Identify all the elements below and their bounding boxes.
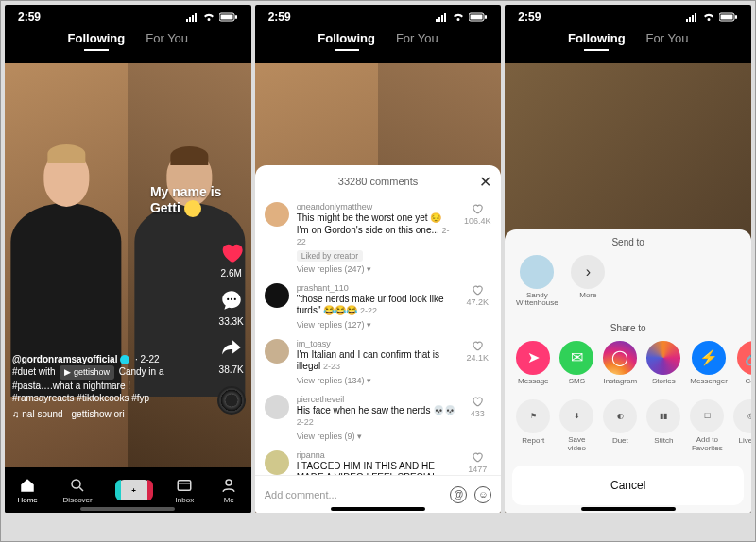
avatar[interactable] [265,339,289,364]
avatar[interactable] [265,202,289,227]
comment-user[interactable]: im_toasy [297,339,456,348]
like-button[interactable]: 2.6M [217,238,246,279]
share-sheet: Send to Sandy Wittenhouse›More Share to … [505,229,751,513]
svg-point-9 [226,480,232,485]
svg-rect-8 [179,481,192,491]
like-comment[interactable]: 433 [463,395,491,441]
sound-ticker[interactable]: ♫ nal sound - gettishow ori [12,408,195,421]
view-replies[interactable]: View replies (127) ▾ [297,320,456,330]
view-replies[interactable]: View replies (247) ▾ [297,264,456,274]
actions-row: ⚑Report⬇Save video◐Duet▮▮Stitch☐Add to F… [505,394,751,463]
share-button[interactable]: 38.7K [217,334,246,375]
duet-with-pill[interactable]: ▶ gettishow [60,365,114,379]
status-bar: 2:59 [5,5,251,25]
share-action[interactable]: ☐Add to Favorites [690,399,724,453]
status-time: 2:59 [518,10,541,24]
like-comment[interactable]: 1477 [463,450,491,476]
comment-user[interactable]: piercetheveil [297,395,456,404]
share-action[interactable]: ⬇Save video [559,399,593,453]
send-to-row: Sandy Wittenhouse›More [505,251,751,315]
emoji-icon [184,200,201,217]
avatar[interactable] [265,283,289,308]
status-time: 2:59 [268,10,291,24]
action-icon: ⚑ [516,399,550,433]
comment-icon [219,288,244,313]
tab-following[interactable]: Following [68,31,126,45]
sound-disc[interactable] [217,386,246,415]
heart-outline-icon [471,450,484,464]
nav-me[interactable]: Me [219,476,238,504]
video-overlay-text: My name is Getti [150,184,221,217]
nav-discover[interactable]: Discover [63,476,93,504]
emoji-button[interactable]: ☺ [474,486,491,503]
wifi-icon [452,12,465,22]
app-icon: ⚡ [692,341,726,375]
share-action[interactable]: ⚑Report [516,399,550,453]
app-icon: 🔗 [737,341,751,375]
comment-user[interactable]: prashant_110 [297,283,456,293]
share-action[interactable]: ◎Live ph [733,399,751,453]
comment-row[interactable]: oneandonlymatthewThis might be the worst… [265,197,492,279]
heart-icon [218,239,245,265]
comment-text: His face when he saw the nerds 💀💀 2-22 [297,405,456,429]
comment-user[interactable]: ripanna [297,450,456,460]
comment-button[interactable]: 33.3K [217,286,246,327]
comment-text: "those nerds make ur food look like turd… [297,294,456,317]
nav-home[interactable]: Home [17,476,37,504]
video-area[interactable]: My name is Getti 2.6M 33.3K 38.7K [5,63,251,467]
send-target[interactable]: ›More [567,255,609,308]
share-action[interactable]: ▮▮Stitch [646,399,680,453]
verified-icon [120,355,129,364]
signal-icon [685,12,698,22]
comments-list[interactable]: oneandonlymatthewThis might be the worst… [255,197,502,475]
nav-create[interactable]: + [118,480,150,500]
nav-inbox[interactable]: Inbox [175,476,194,504]
share-target[interactable]: ➤Message [516,341,550,385]
feed-tabs: Following For You [5,25,251,55]
action-rail: 2.6M 33.3K 38.7K [217,238,246,415]
feed-tabs: Following For You [505,25,751,55]
mention-button[interactable]: @ [450,486,467,503]
status-icons [435,12,488,22]
svg-point-6 [72,480,80,488]
app-icon: ✉ [559,341,593,375]
close-button[interactable]: ✕ [479,173,491,191]
comment-row[interactable]: im_toasyI'm Italian and I can confirm th… [265,334,492,390]
status-icons [185,12,238,22]
comment-like-count: 433 [471,409,485,418]
tab-foryou[interactable]: For You [646,31,689,45]
cancel-button[interactable]: Cancel [512,466,744,505]
send-target[interactable]: Sandy Wittenhouse [516,255,558,308]
inbox-icon [176,477,193,494]
comment-row[interactable]: prashant_110"those nerds make ur food lo… [265,279,492,334]
share-target[interactable]: ⚡Messenger [690,341,728,385]
like-comment[interactable]: 24.1K [463,339,491,385]
comment-row[interactable]: ripannaI TAGGED HIM IN THIS AND HE MADE … [265,446,492,476]
share-target[interactable]: ◯Instagram [603,341,637,385]
comment-user[interactable]: oneandonlymatthew [297,202,456,212]
share-action[interactable]: ◐Duet [603,399,637,453]
avatar[interactable] [265,395,289,419]
avatar[interactable] [265,450,289,475]
phone-comments: 2:59 Following For You 33280 comments ✕ … [255,5,502,513]
svg-rect-15 [735,15,737,19]
action-icon: ◐ [603,399,637,433]
svg-line-7 [79,487,83,491]
like-comment[interactable]: 106.4K [463,202,491,274]
author-username[interactable]: @gordonramsayofficial [12,353,129,366]
comment-like-count: 24.1K [467,353,490,363]
view-replies[interactable]: View replies (9) ▾ [297,432,456,441]
view-replies[interactable]: View replies (134) ▾ [297,376,456,385]
app-icon: ➤ [516,341,550,375]
tab-foryou[interactable]: For You [146,31,188,45]
tab-following[interactable]: Following [568,31,626,45]
share-target[interactable]: ✉SMS [559,341,593,385]
like-comment[interactable]: 47.2K [463,283,491,330]
svg-point-4 [231,298,232,300]
comment-row[interactable]: piercetheveilHis face when he saw the ne… [265,390,492,446]
share-target[interactable]: 🔗Copy [737,341,751,385]
tab-foryou[interactable]: For You [396,31,438,45]
comment-input[interactable]: Add comment... [265,489,443,500]
tab-following[interactable]: Following [318,31,375,45]
share-target[interactable]: Stories [646,341,680,385]
